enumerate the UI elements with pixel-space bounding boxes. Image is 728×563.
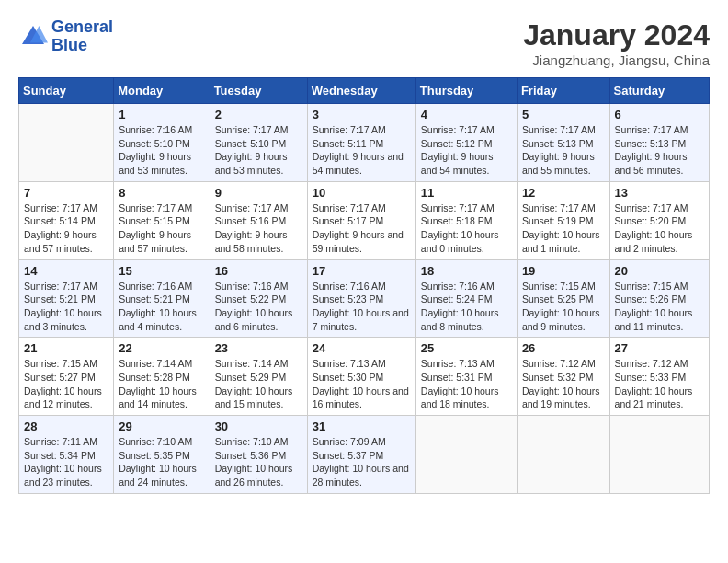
day-number: 23 — [215, 341, 302, 355]
header-row: SundayMondayTuesdayWednesdayThursdayFrid… — [19, 78, 710, 104]
day-cell: 13 Sunrise: 7:17 AM Sunset: 5:20 PM Dayl… — [609, 181, 709, 259]
day-info: Sunrise: 7:17 AM Sunset: 5:17 PM Dayligh… — [313, 201, 411, 256]
day-number: 15 — [119, 264, 204, 278]
day-number: 6 — [615, 108, 704, 121]
day-info: Sunrise: 7:17 AM Sunset: 5:21 PM Dayligh… — [24, 280, 108, 334]
day-info: Sunrise: 7:13 AM Sunset: 5:30 PM Dayligh… — [313, 357, 411, 411]
day-cell: 30 Sunrise: 7:10 AM Sunset: 5:36 PM Dayl… — [210, 416, 307, 494]
day-number: 10 — [313, 186, 411, 200]
day-cell: 18 Sunrise: 7:16 AM Sunset: 5:24 PM Dayl… — [415, 259, 517, 338]
day-number: 21 — [24, 341, 108, 355]
day-cell: 21 Sunrise: 7:15 AM Sunset: 5:27 PM Dayl… — [19, 338, 114, 416]
day-number: 25 — [421, 341, 512, 355]
header-day-saturday: Saturday — [609, 78, 709, 104]
header-day-tuesday: Tuesday — [210, 78, 307, 104]
day-cell: 5 Sunrise: 7:17 AM Sunset: 5:13 PM Dayli… — [517, 104, 609, 182]
header-day-wednesday: Wednesday — [307, 78, 415, 104]
day-info: Sunrise: 7:17 AM Sunset: 5:13 PM Dayligh… — [522, 123, 605, 178]
title-block: January 2024 Jiangzhuang, Jiangsu, China — [523, 18, 710, 68]
day-info: Sunrise: 7:16 AM Sunset: 5:21 PM Dayligh… — [119, 280, 204, 334]
day-cell: 17 Sunrise: 7:16 AM Sunset: 5:23 PM Dayl… — [307, 259, 415, 338]
day-number: 24 — [313, 341, 411, 355]
day-cell — [415, 416, 517, 494]
day-info: Sunrise: 7:11 AM Sunset: 5:34 PM Dayligh… — [24, 435, 108, 489]
day-cell: 11 Sunrise: 7:17 AM Sunset: 5:18 PM Dayl… — [415, 181, 517, 259]
day-cell: 9 Sunrise: 7:17 AM Sunset: 5:16 PM Dayli… — [210, 181, 307, 259]
day-info: Sunrise: 7:17 AM Sunset: 5:18 PM Dayligh… — [421, 201, 512, 256]
day-cell: 4 Sunrise: 7:17 AM Sunset: 5:12 PM Dayli… — [415, 104, 517, 182]
logo-line2: Blue — [51, 36, 87, 54]
day-info: Sunrise: 7:12 AM Sunset: 5:33 PM Dayligh… — [615, 357, 704, 411]
calendar-table: SundayMondayTuesdayWednesdayThursdayFrid… — [18, 77, 710, 494]
day-info: Sunrise: 7:15 AM Sunset: 5:27 PM Dayligh… — [24, 357, 108, 411]
page-header: General Blue January 2024 Jiangzhuang, J… — [18, 18, 710, 68]
day-info: Sunrise: 7:10 AM Sunset: 5:35 PM Dayligh… — [119, 435, 204, 489]
day-cell: 19 Sunrise: 7:15 AM Sunset: 5:25 PM Dayl… — [517, 259, 609, 338]
day-number: 7 — [24, 186, 108, 200]
day-cell: 24 Sunrise: 7:13 AM Sunset: 5:30 PM Dayl… — [307, 338, 415, 416]
day-cell: 31 Sunrise: 7:09 AM Sunset: 5:37 PM Dayl… — [307, 416, 415, 494]
day-info: Sunrise: 7:16 AM Sunset: 5:10 PM Dayligh… — [119, 123, 204, 178]
day-cell — [19, 104, 114, 182]
day-number: 4 — [421, 108, 512, 121]
day-number: 12 — [522, 186, 605, 200]
day-number: 8 — [119, 186, 204, 200]
day-info: Sunrise: 7:17 AM Sunset: 5:12 PM Dayligh… — [421, 123, 512, 178]
day-cell: 29 Sunrise: 7:10 AM Sunset: 5:35 PM Dayl… — [114, 416, 210, 494]
day-cell: 22 Sunrise: 7:14 AM Sunset: 5:28 PM Dayl… — [114, 338, 210, 416]
day-number: 31 — [313, 419, 411, 433]
header-day-monday: Monday — [114, 78, 210, 104]
day-number: 17 — [313, 264, 411, 278]
day-number: 20 — [615, 264, 704, 278]
day-info: Sunrise: 7:17 AM Sunset: 5:13 PM Dayligh… — [615, 123, 704, 178]
day-number: 28 — [24, 419, 108, 433]
day-number: 1 — [119, 108, 204, 121]
day-info: Sunrise: 7:17 AM Sunset: 5:20 PM Dayligh… — [615, 201, 704, 256]
day-info: Sunrise: 7:13 AM Sunset: 5:31 PM Dayligh… — [421, 357, 512, 411]
day-number: 26 — [522, 341, 605, 355]
day-cell: 14 Sunrise: 7:17 AM Sunset: 5:21 PM Dayl… — [19, 259, 114, 338]
day-info: Sunrise: 7:17 AM Sunset: 5:14 PM Dayligh… — [24, 201, 108, 256]
header-day-friday: Friday — [517, 78, 609, 104]
day-cell: 28 Sunrise: 7:11 AM Sunset: 5:34 PM Dayl… — [19, 416, 114, 494]
day-info: Sunrise: 7:12 AM Sunset: 5:32 PM Dayligh… — [522, 357, 605, 411]
day-info: Sunrise: 7:10 AM Sunset: 5:36 PM Dayligh… — [215, 435, 302, 489]
day-cell: 25 Sunrise: 7:13 AM Sunset: 5:31 PM Dayl… — [415, 338, 517, 416]
day-number: 27 — [615, 341, 704, 355]
day-info: Sunrise: 7:17 AM Sunset: 5:15 PM Dayligh… — [119, 201, 204, 256]
day-number: 14 — [24, 264, 108, 278]
header-day-thursday: Thursday — [415, 78, 517, 104]
header-day-sunday: Sunday — [19, 78, 114, 104]
day-info: Sunrise: 7:17 AM Sunset: 5:16 PM Dayligh… — [215, 201, 302, 256]
week-row-3: 14 Sunrise: 7:17 AM Sunset: 5:21 PM Dayl… — [19, 259, 710, 338]
day-number: 18 — [421, 264, 512, 278]
logo-icon — [18, 22, 48, 52]
day-number: 19 — [522, 264, 605, 278]
day-info: Sunrise: 7:14 AM Sunset: 5:28 PM Dayligh… — [119, 357, 204, 411]
day-cell: 1 Sunrise: 7:16 AM Sunset: 5:10 PM Dayli… — [114, 104, 210, 182]
day-cell: 3 Sunrise: 7:17 AM Sunset: 5:11 PM Dayli… — [307, 104, 415, 182]
day-cell: 12 Sunrise: 7:17 AM Sunset: 5:19 PM Dayl… — [517, 181, 609, 259]
week-row-5: 28 Sunrise: 7:11 AM Sunset: 5:34 PM Dayl… — [19, 416, 710, 494]
logo-text: General Blue — [51, 18, 113, 55]
day-cell: 20 Sunrise: 7:15 AM Sunset: 5:26 PM Dayl… — [609, 259, 709, 338]
day-cell: 26 Sunrise: 7:12 AM Sunset: 5:32 PM Dayl… — [517, 338, 609, 416]
day-cell: 16 Sunrise: 7:16 AM Sunset: 5:22 PM Dayl… — [210, 259, 307, 338]
day-cell: 23 Sunrise: 7:14 AM Sunset: 5:29 PM Dayl… — [210, 338, 307, 416]
day-info: Sunrise: 7:17 AM Sunset: 5:19 PM Dayligh… — [522, 201, 605, 256]
day-number: 13 — [615, 186, 704, 200]
day-info: Sunrise: 7:17 AM Sunset: 5:11 PM Dayligh… — [313, 123, 411, 178]
day-number: 30 — [215, 419, 302, 433]
day-number: 29 — [119, 419, 204, 433]
week-row-2: 7 Sunrise: 7:17 AM Sunset: 5:14 PM Dayli… — [19, 181, 710, 259]
day-info: Sunrise: 7:17 AM Sunset: 5:10 PM Dayligh… — [215, 123, 302, 178]
logo: General Blue — [18, 18, 113, 55]
day-cell: 2 Sunrise: 7:17 AM Sunset: 5:10 PM Dayli… — [210, 104, 307, 182]
day-info: Sunrise: 7:16 AM Sunset: 5:22 PM Dayligh… — [215, 280, 302, 334]
day-number: 11 — [421, 186, 512, 200]
day-info: Sunrise: 7:16 AM Sunset: 5:24 PM Dayligh… — [421, 280, 512, 334]
day-cell: 27 Sunrise: 7:12 AM Sunset: 5:33 PM Dayl… — [609, 338, 709, 416]
day-cell: 15 Sunrise: 7:16 AM Sunset: 5:21 PM Dayl… — [114, 259, 210, 338]
day-info: Sunrise: 7:09 AM Sunset: 5:37 PM Dayligh… — [313, 435, 411, 489]
day-cell: 8 Sunrise: 7:17 AM Sunset: 5:15 PM Dayli… — [114, 181, 210, 259]
